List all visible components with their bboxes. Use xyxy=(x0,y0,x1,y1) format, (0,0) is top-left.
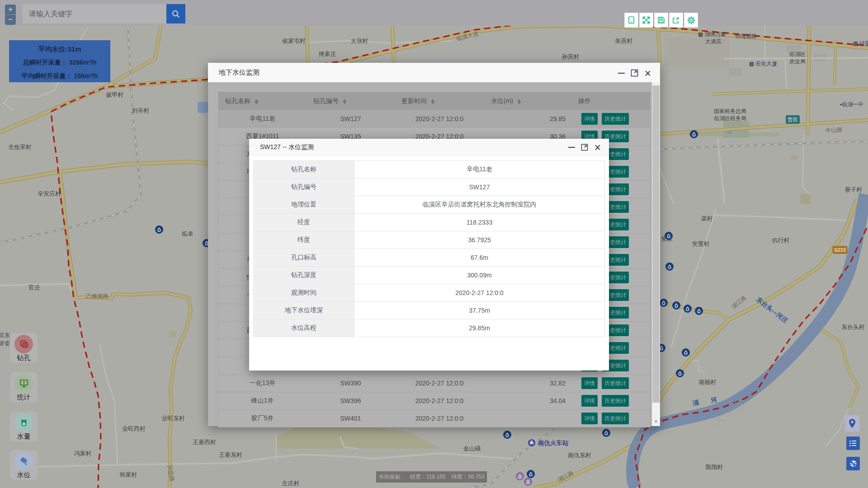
monitor-window-titlebar[interactable]: 地下水位监测 × xyxy=(208,63,660,82)
detail-row: 钻孔名称辛电11老 xyxy=(254,161,604,178)
column-header[interactable]: 钻孔名称▲▼ xyxy=(218,92,307,110)
detail-field-label: 纬度 xyxy=(254,231,354,249)
sort-icon[interactable]: ▲▼ xyxy=(254,99,259,104)
layer-list-button[interactable] xyxy=(846,436,860,450)
detail-row: 水位高程29.85m xyxy=(254,319,604,337)
map-label: 南仇东村 xyxy=(568,452,591,459)
poi-marker-purple[interactable] xyxy=(516,473,524,480)
basemap-button[interactable] xyxy=(846,457,860,470)
sort-icon[interactable]: ▲▼ xyxy=(430,99,435,104)
detail-minimize-button[interactable] xyxy=(568,144,575,151)
map-label: 韩家村 xyxy=(120,471,137,478)
map-label: ▦ 石化大厦 xyxy=(749,61,778,67)
water-point-marker[interactable] xyxy=(684,305,692,313)
water-point-marker[interactable] xyxy=(666,263,674,271)
avg-instant-extraction: 平均瞬时开采量： 156m³/h xyxy=(9,69,110,83)
monitor-table-row[interactable]: 峰山1井SW3962020-2-27 12:0:034.04详情历史统计 xyxy=(218,392,650,410)
water-point-marker[interactable] xyxy=(690,131,698,138)
history-stats-button[interactable]: 历史统计 xyxy=(602,413,629,424)
zoom-in-button[interactable]: + xyxy=(5,5,16,15)
detail-button[interactable]: 详情 xyxy=(581,395,598,407)
fullscreen-button[interactable] xyxy=(639,13,653,28)
detail-maximize-button[interactable] xyxy=(581,144,588,151)
maximize-button[interactable] xyxy=(631,69,638,77)
column-header[interactable]: 钻孔编号▲▼ xyxy=(307,92,395,110)
detail-button[interactable]: 详情 xyxy=(581,413,598,424)
map-label: 冯家村 xyxy=(74,450,92,457)
map-label: 国家税务总局 xyxy=(714,108,746,114)
cell-borehole-name: 峰山1井 xyxy=(218,392,307,409)
detail-row: 钻孔编号SW127 xyxy=(254,178,604,196)
sidebar-item-statistics[interactable]: 统计 xyxy=(10,372,38,402)
water-point-marker[interactable] xyxy=(695,307,703,315)
fullscreen-icon xyxy=(642,16,651,24)
cell-borehole-name: 一化13井 xyxy=(218,375,307,392)
water-point-marker[interactable] xyxy=(665,232,673,240)
monitor-table-scrollbar[interactable]: ▲ ▼ xyxy=(652,82,660,426)
monitor-table-row[interactable]: 胶厂5井SW4012020-2-27 12:0:0详情历史统计 xyxy=(218,410,650,427)
minimize-button[interactable] xyxy=(618,70,625,77)
poi-marker-purple[interactable] xyxy=(524,478,532,486)
history-stats-button[interactable]: 历史统计 xyxy=(602,377,629,389)
detail-button[interactable]: 详情 xyxy=(581,377,598,389)
history-stats-button[interactable]: 历史统计 xyxy=(602,113,629,125)
map-label: 店东 xyxy=(0,332,10,338)
export-button[interactable] xyxy=(669,13,683,28)
detail-field-value: 300.09m xyxy=(354,267,604,284)
coord-prefix: 当前坐标， xyxy=(379,474,406,480)
sidebar-label-statistics: 统计 xyxy=(10,393,38,401)
map-label: 侯家屯村 xyxy=(282,38,306,44)
map-label: 管委 xyxy=(0,340,10,347)
map-label: 河 xyxy=(710,396,718,404)
map-label: 业旺东村 xyxy=(161,415,185,422)
water-point-marker[interactable] xyxy=(527,470,535,478)
sort-icon[interactable]: ▲▼ xyxy=(517,99,521,104)
detail-field-value: 118.2333 xyxy=(354,214,604,231)
map-badge-s233: S233 xyxy=(833,246,847,253)
column-header[interactable]: 水位(m)▲▼ xyxy=(484,92,571,110)
monitor-table-row[interactable]: 辛电11老SW1272020-2-27 12:0:029.85详情历史统计 xyxy=(218,110,650,128)
water-point-marker[interactable] xyxy=(673,302,680,310)
monitor-window-title: 地下水位监测 xyxy=(219,68,259,77)
detail-button[interactable]: 详情 xyxy=(581,113,598,125)
map-label: 渠村 xyxy=(701,215,713,222)
water-point-marker[interactable] xyxy=(660,299,668,307)
monitor-table-row[interactable]: 一化13井SW3902020-2-27 12:0:032.82详情历史统计 xyxy=(218,375,650,392)
settings-button[interactable] xyxy=(684,13,698,28)
search-button[interactable] xyxy=(166,4,185,23)
cell-water-level: 34.04 xyxy=(484,392,571,409)
close-button[interactable]: × xyxy=(644,70,651,77)
detail-close-button[interactable]: × xyxy=(594,144,601,151)
map-label: 安里村 xyxy=(692,240,710,247)
mobile-view-button[interactable] xyxy=(624,13,638,28)
water-point-marker[interactable] xyxy=(603,429,610,437)
zoom-out-button[interactable]: − xyxy=(5,15,16,25)
water-point-marker[interactable] xyxy=(676,370,684,377)
locate-button[interactable] xyxy=(845,415,859,432)
map-label: 刘辛村 xyxy=(132,107,150,114)
detail-field-value: 2020-2-27 12:0:0 xyxy=(354,284,604,301)
detail-field-value: 36.7925 xyxy=(354,231,604,249)
water-point-marker[interactable] xyxy=(682,349,690,357)
sidebar-item-water-level[interactable]: 水位 xyxy=(10,450,38,480)
map-label: 大酒店 xyxy=(705,38,722,45)
sidebar-item-water-volume[interactable]: 水量 xyxy=(10,412,38,441)
scroll-thumb[interactable] xyxy=(652,85,660,403)
cell-borehole-code: SW396 xyxy=(307,392,395,409)
detail-row: 地下水位埋深37.75m xyxy=(254,302,604,319)
search-input[interactable] xyxy=(23,4,166,23)
detail-window-titlebar[interactable]: SW127 -- 水位监测 × xyxy=(249,139,609,156)
svg-text:雪宫: 雪宫 xyxy=(787,117,798,123)
water-point-marker[interactable] xyxy=(156,226,163,234)
history-stats-button[interactable]: 历史统计 xyxy=(602,395,629,407)
map-label: 怡海国际 xyxy=(735,33,757,39)
save-button[interactable] xyxy=(654,13,668,28)
column-header: 操作 xyxy=(571,92,650,110)
map-label: 垢皋 xyxy=(181,230,193,237)
sort-icon[interactable]: ▲▼ xyxy=(342,99,347,104)
scroll-down-arrow[interactable]: ▼ xyxy=(652,418,660,425)
sidebar-item-borehole[interactable]: 钻孔 xyxy=(10,333,38,363)
column-header[interactable]: 更新时间▲▼ xyxy=(395,92,484,110)
detail-row: 地理位置临淄区辛店街道窝托村东北角控制室院内 xyxy=(254,196,604,214)
water-point-marker[interactable] xyxy=(504,431,511,439)
